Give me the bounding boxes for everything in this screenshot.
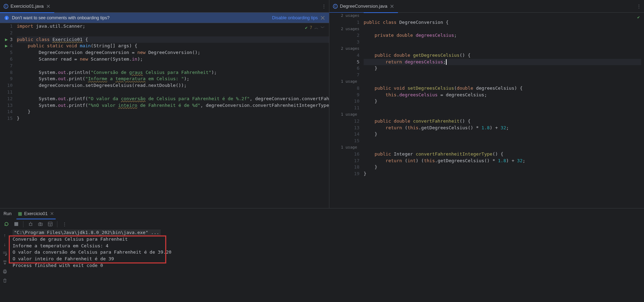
run-tab-bar: Run ▦ Exercicio01 (0, 208, 644, 219)
run-gutter-icon[interactable]: ▶ (5, 36, 8, 43)
usage-hint[interactable]: 2 usages (331, 46, 359, 52)
svg-point-9 (40, 224, 41, 225)
console-line: O valor da conversão de Celsius para Fah… (13, 249, 641, 256)
up-arrow-icon[interactable]: ↑ (1, 231, 9, 239)
banner-text: Don't want to see comments with onboardi… (12, 15, 269, 20)
editor-left-pane: C Exercicio01.java ⋮ i Don't want to see… (0, 0, 329, 208)
usage-hint[interactable]: 2 usages (331, 26, 359, 33)
code-editor-left[interactable]: ✔ 7 ︿ ﹀ 1 2 ▶3 ▶4 5 6 7 8 9 10 11 12 13 … (0, 23, 329, 208)
camera-icon[interactable] (36, 220, 44, 228)
run-config-tab[interactable]: ▦ Exercicio01 (16, 208, 56, 219)
usage-hint[interactable]: 1 usage (331, 144, 359, 151)
onboarding-banner: i Don't want to see comments with onboar… (0, 13, 329, 23)
tab-overflow-icon[interactable]: ⋮ (322, 4, 326, 9)
code-body-right[interactable]: public class DegreeConversion { private … (364, 13, 644, 208)
tab-exercicio01[interactable]: C Exercicio01.java (0, 0, 54, 13)
svg-text:i: i (6, 16, 7, 20)
console-line: Process finished with exit code 0 (13, 262, 641, 269)
run-gutter-icon[interactable]: ▶ (5, 43, 8, 49)
trash-icon[interactable] (1, 276, 9, 285)
svg-rect-14 (4, 272, 6, 274)
usage-hint[interactable]: 2 usages (331, 13, 359, 19)
soft-wrap-icon[interactable] (1, 249, 9, 258)
inspection-widget[interactable]: ✔ 7 ︿ ﹀ (305, 25, 325, 31)
rerun-button[interactable] (2, 220, 10, 228)
code-editor-right[interactable]: ✔ 2 usages 1 2 usages 2 3 2 usages 4 5 6… (329, 13, 644, 208)
code-body-left[interactable]: import java.util.Scanner; public class E… (17, 23, 329, 208)
print-icon[interactable] (1, 267, 9, 276)
checkmark-icon: ✔ (637, 14, 640, 21)
close-icon[interactable] (321, 16, 325, 20)
java-class-icon: C (333, 4, 338, 9)
inspection-widget[interactable]: ✔ (637, 14, 640, 21)
usage-hint[interactable]: 1 usage (331, 78, 359, 85)
close-icon[interactable] (390, 4, 394, 9)
svg-rect-10 (39, 222, 41, 223)
close-icon[interactable] (46, 4, 51, 9)
tab-bar-right: C DegreeConversion.java ⋮ (329, 0, 644, 13)
svg-rect-6 (14, 222, 18, 226)
down-arrow-icon[interactable]: ↓ (1, 240, 9, 248)
chevron-up-icon[interactable]: ︿ (314, 25, 318, 31)
command-line: "C:\Program Files\Java\jdk1.8.0_202\bin\… (13, 229, 161, 236)
tab-label: Exercicio01.java (10, 4, 44, 9)
tab-bar-left: C Exercicio01.java ⋮ (0, 0, 329, 13)
svg-text:C: C (334, 5, 337, 8)
run-config-icon: ▦ (18, 211, 22, 216)
console-line: Informe a temperatura em Celsius: 4 (13, 243, 641, 249)
tab-degreeconversion[interactable]: C DegreeConversion.java (329, 0, 398, 13)
console-output[interactable]: "C:\Program Files\Java\jdk1.8.0_202\bin\… (10, 229, 644, 302)
usage-hint[interactable]: 1 usage (331, 111, 359, 118)
tab-label: DegreeConversion.java (340, 4, 387, 9)
checkmark-icon: ✔ (305, 25, 308, 31)
svg-point-7 (29, 223, 32, 226)
run-config-label: Exercicio01 (24, 211, 48, 216)
console-line: Conversão de graus Celsius para Fahrenhe… (13, 236, 641, 243)
text-caret (446, 59, 447, 65)
gutter-right: 2 usages 1 2 usages 2 3 2 usages 4 5 6 7… (329, 13, 364, 208)
scroll-to-end-icon[interactable] (1, 258, 9, 267)
close-icon[interactable] (50, 211, 54, 216)
console-line: O valor inteiro de Fahrenheit é de 39 (13, 256, 641, 262)
info-icon: i (4, 15, 9, 20)
run-side-toolbar: ↑ ↓ (0, 229, 10, 302)
svg-text:C: C (5, 5, 7, 8)
warning-count: 7 (310, 25, 312, 31)
layout-icon[interactable] (46, 220, 54, 228)
chevron-down-icon[interactable]: ﹀ (321, 25, 325, 31)
java-class-icon: C (4, 4, 8, 9)
stop-button[interactable] (12, 220, 20, 228)
gutter-left: 1 2 ▶3 ▶4 5 6 7 8 9 10 11 12 13 14 15 (0, 23, 17, 208)
disable-onboarding-link[interactable]: Disable onboarding tips (272, 15, 318, 20)
debug-icon[interactable] (26, 220, 35, 228)
more-icon[interactable]: ⋮ (60, 220, 69, 228)
run-title: Run (4, 211, 12, 216)
editor-right-pane: C DegreeConversion.java ⋮ ✔ 2 usages 1 2… (329, 0, 644, 208)
svg-rect-13 (4, 270, 6, 271)
run-tool-window: Run ▦ Exercicio01 ⋮ ↑ ↓ "C:\Program File… (0, 208, 644, 302)
run-toolbar: ⋮ (0, 219, 644, 229)
tab-overflow-icon[interactable]: ⋮ (637, 4, 641, 9)
